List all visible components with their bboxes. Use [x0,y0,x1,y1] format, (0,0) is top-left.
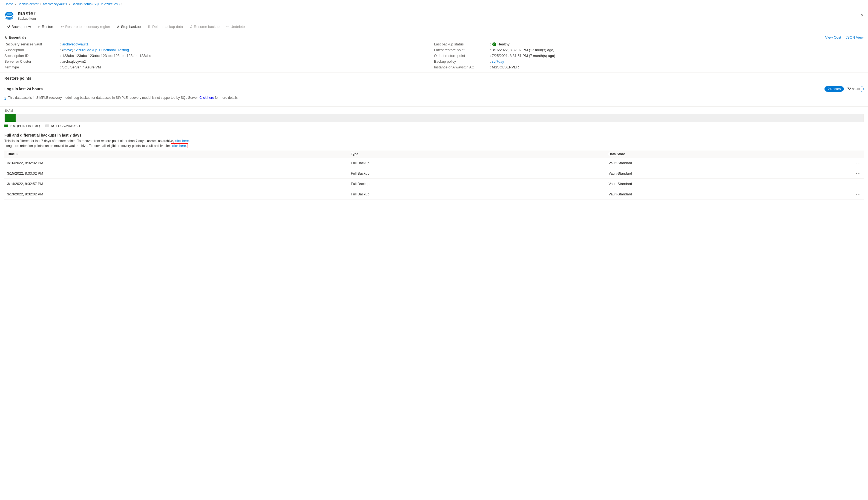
backup-table: Time ↑↓ Type Data Store 3/16/2022, 8:32:… [4,150,864,200]
table-row: 3/14/2022, 8:32:57 PM Full Backup Vault-… [4,179,864,189]
essentials-row-backup-status: Last backup status : Healthy [434,42,864,46]
essentials-row-oldest-restore: Oldest restore point : 7/25/2021, 8:31:5… [434,54,864,58]
timeline-bar [4,114,864,122]
cell-type-0: Full Backup [348,158,606,168]
timeline-green-segment [5,114,15,122]
sort-icon-time: ↑↓ [15,153,18,156]
legend-green-color [4,125,8,127]
backup-status-label: Last backup status [434,42,489,46]
restore-points-title: Restore points [4,76,864,80]
row-more-button-1[interactable]: ··· [856,170,861,176]
close-button[interactable]: × [860,13,864,18]
cell-time-2: 3/14/2022, 8:32:57 PM [4,179,348,189]
info-banner: ℹ This database is in SIMPLE recovery mo… [4,94,864,102]
breadcrumb-backup-items[interactable]: Backup Items (SQL in Azure VM) [71,2,120,6]
time-72h-button[interactable]: 72 hours [844,86,863,92]
restore-label: Restore [42,25,55,29]
cell-store-1: Vault-Standard [606,168,821,179]
row-more-button-2[interactable]: ··· [856,181,861,187]
policy-link[interactable]: sql7day [492,59,504,64]
server-label: Server or Cluster [4,59,59,64]
restore-secondary-icon: ↩ [61,25,64,29]
breadcrumb-vault[interactable]: archiveccyvault1 [43,2,67,6]
svg-point-2 [5,17,13,20]
cell-actions-0: ··· [821,158,864,168]
subscription-value-link[interactable]: AzureBackup_Functional_Testing [76,48,129,52]
backup-now-button[interactable]: ↺ Backup now [4,23,34,30]
table-header-row: Time ↑↓ Type Data Store [4,150,864,158]
cell-actions-3: ··· [821,189,864,200]
essentials-toggle[interactable]: ∧ [4,35,7,39]
undelete-button[interactable]: ↩ Undelete [223,23,248,30]
essentials-section: ∧ Essentials View Cost JSON View Recover… [0,32,868,73]
resume-backup-button[interactable]: ↺ Resume backup [187,23,222,30]
cell-type-2: Full Backup [348,179,606,189]
breadcrumb: Home › Backup center › archiveccyvault1 … [0,0,868,8]
full-diff-title: Full and differential backups in last 7 … [4,133,864,137]
oldest-restore-value: : 7/25/2021, 8:31:51 PM (7 month(s) ago) [490,54,555,58]
restore-secondary-label: Restore to secondary region [65,25,110,29]
essentials-row-latest-restore: Latest restore point : 3/16/2022, 8:32:0… [434,48,864,52]
info-suffix: for more details. [215,96,238,100]
header-text: master Backup Item [18,10,36,21]
latest-restore-value: : 3/16/2022, 8:32:02 PM (17 hour(s) ago) [490,48,554,52]
page-title: master [18,10,36,17]
timeline-gray-segment [15,114,863,122]
breadcrumb-backup-center[interactable]: Backup center [18,2,38,6]
essentials-left: Recovery services vault : archiveccyvaul… [4,42,434,69]
oldest-restore-label: Oldest restore point [434,54,489,58]
delete-backup-icon: 🗑 [147,25,151,29]
cell-store-0: Vault-Standard [606,158,821,168]
essentials-row-server: Server or Cluster : archsqlccyvm2 [4,59,434,64]
legend-log-pit-label: LOG (POINT IN TIME) [10,124,40,127]
essentials-row-sub-id: Subscription ID : 123abc-123abc-123abc-1… [4,54,434,58]
stop-backup-icon: ⊘ [117,25,120,29]
col-type-header: Type [348,150,606,158]
cell-store-2: Vault-Standard [606,179,821,189]
info-link[interactable]: Click here [199,96,214,100]
essentials-row-vault: Recovery services vault : archiveccyvaul… [4,42,434,46]
logs-header: Logs in last 24 hours 24 hours 72 hours [4,86,864,92]
backup-now-icon: ↺ [7,25,10,29]
cell-store-3: Vault-Standard [606,189,821,200]
filter-link[interactable]: click here. [175,139,190,143]
retention-link[interactable]: click here. [171,144,188,148]
time-toggle: 24 hours 72 hours [824,86,864,92]
filter-text: This list is filtered for last 7 days of… [4,139,864,143]
subscription-move-link[interactable]: move [64,48,72,52]
cell-time-1: 3/15/2022, 8:33:02 PM [4,168,348,179]
breadcrumb-home[interactable]: Home [4,2,13,6]
policy-label: Backup policy [434,59,489,64]
timeline-legend: LOG (POINT IN TIME) NO LOGS AVAILABLE [4,124,864,127]
vault-link[interactable]: archiveccyvault1 [62,42,88,46]
info-icon: ℹ [4,96,6,100]
essentials-links: View Cost JSON View [825,35,864,39]
header-icon [4,11,14,21]
essentials-title-row: ∧ Essentials [4,35,26,39]
cell-type-1: Full Backup [348,168,606,179]
logs-section: Logs in last 24 hours 24 hours 72 hours … [0,86,868,106]
col-actions-header [821,150,864,158]
time-24h-button[interactable]: 24 hours [825,86,844,92]
row-more-button-0[interactable]: ··· [856,160,861,166]
backup-status-value: : Healthy [490,42,510,46]
backup-now-label: Backup now [11,25,31,29]
stop-backup-button[interactable]: ⊘ Stop backup [114,23,144,30]
row-more-button-3[interactable]: ··· [856,191,861,197]
essentials-row-item-type: Item type : SQL Server in Azure VM [4,65,434,69]
resume-backup-label: Resume backup [194,25,219,29]
toolbar: ↺ Backup now ↩ Restore ↩ Restore to seco… [0,22,868,32]
essentials-row-policy: Backup policy : sql7day [434,59,864,64]
col-time-header[interactable]: Time ↑↓ [4,150,348,158]
essentials-row-subscription: Subscription : (move) : AzureBackup_Func… [4,48,434,52]
view-cost-link[interactable]: View Cost [825,35,841,39]
undelete-label: Undelete [230,25,245,29]
delete-backup-button[interactable]: 🗑 Delete backup data [145,23,185,30]
delete-backup-label: Delete backup data [152,25,183,29]
legend-no-logs: NO LOGS AVAILABLE [45,124,81,127]
json-view-link[interactable]: JSON View [846,35,864,39]
restore-secondary-button[interactable]: ↩ Restore to secondary region [58,23,113,30]
restore-points-section: Restore points [0,73,868,86]
table-row: 3/15/2022, 8:33:02 PM Full Backup Vault-… [4,168,864,179]
restore-button[interactable]: ↩ Restore [35,23,57,30]
